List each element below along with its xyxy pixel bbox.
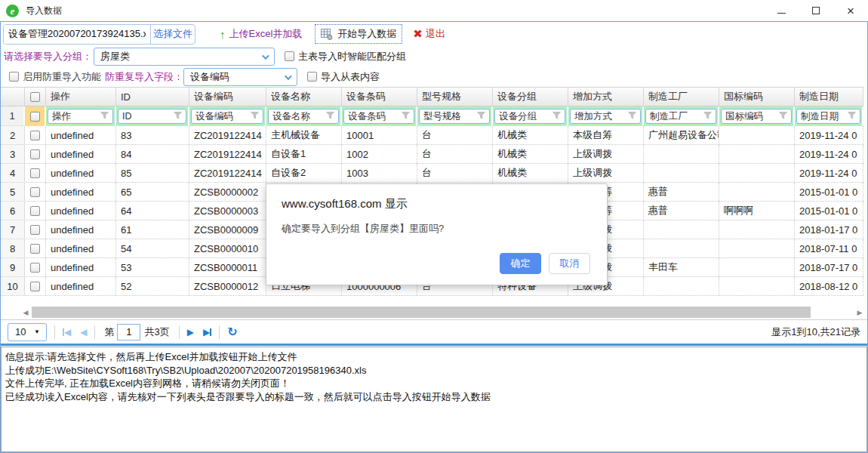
exit-button[interactable]: ✖ 退出 xyxy=(413,27,445,41)
row-checkbox[interactable] xyxy=(30,263,40,273)
page-number-input[interactable] xyxy=(117,324,140,341)
blue-divider xyxy=(0,344,868,346)
column-header[interactable]: 制造工厂 xyxy=(644,88,719,106)
grid-cell xyxy=(719,239,795,257)
row-number: 8 xyxy=(1,239,25,257)
filter-input[interactable]: 增加方式 xyxy=(570,109,641,124)
prev-page-button[interactable]: ◀ xyxy=(80,328,87,337)
close-button[interactable]: × xyxy=(833,0,868,21)
column-header[interactable]: 增加方式 xyxy=(568,88,644,106)
column-header[interactable]: 型号规格 xyxy=(417,88,493,106)
column-header[interactable]: 操作 xyxy=(46,88,116,106)
cancel-button[interactable]: 取消 xyxy=(549,253,590,274)
grid-cell: ZC2019122414 xyxy=(189,145,266,163)
horizontal-scrollbar: ◀ ▶ xyxy=(20,306,866,319)
filter-input[interactable]: 设备条码 xyxy=(343,109,414,124)
column-header[interactable]: 国标编码 xyxy=(719,88,795,106)
file-group: 选择文件 xyxy=(3,24,195,45)
scrollbar-thumb[interactable] xyxy=(32,307,811,318)
grid-cell xyxy=(644,145,719,163)
scroll-right-arrow[interactable]: ▶ xyxy=(854,309,866,316)
filter-cell: 设备名称 xyxy=(266,106,342,126)
grid-cell: 自设备2 xyxy=(266,164,342,182)
grid-cell: 本级自筹 xyxy=(568,126,644,144)
row-number: 9 xyxy=(1,258,25,276)
minimize-button[interactable] xyxy=(764,0,799,21)
import-detail-checkbox[interactable] xyxy=(307,72,317,82)
row-number: 5 xyxy=(1,183,25,201)
maximize-icon xyxy=(812,7,820,14)
choose-file-button[interactable]: 选择文件 xyxy=(151,27,195,41)
row-checkbox[interactable] xyxy=(30,187,40,197)
start-import-button[interactable]: 开始导入数据 xyxy=(315,24,402,44)
log-line: 上传成功E:\WebSite\CYSoft168\Try\SB2\Upload\… xyxy=(5,364,863,378)
grid-cell xyxy=(719,220,795,239)
grid-cell: 台 xyxy=(417,164,493,182)
row-checkbox[interactable] xyxy=(30,168,40,178)
column-header[interactable]: 设备分组 xyxy=(493,88,568,106)
dropdown-arrow-icon: ▼ xyxy=(34,328,40,335)
grid-cell: 2015-01-01 0 xyxy=(795,202,863,220)
page-size-select[interactable]: 10 ▼ xyxy=(8,323,47,341)
filter-input[interactable]: 型号规格 xyxy=(419,109,490,124)
grid-cell: 84 xyxy=(116,145,189,163)
dedupe-field-select[interactable]: 设备编码 xyxy=(183,68,297,86)
grid-cell: 啊啊啊 xyxy=(719,202,795,220)
grid-cell: 上级调拨 xyxy=(568,145,644,163)
upload-excel-button[interactable]: ↑ 上传Excel并加载 xyxy=(220,27,302,41)
row-checkbox[interactable] xyxy=(30,131,40,140)
column-header[interactable]: 制造日期 xyxy=(795,88,863,106)
filter-input[interactable]: 操作 xyxy=(48,109,113,124)
grid-cell: 自设备1 xyxy=(266,145,342,163)
row-checkbox[interactable] xyxy=(30,282,40,291)
row-checkbox[interactable] xyxy=(30,244,40,254)
grid-cell: 惠普 xyxy=(644,183,719,201)
grid-cell: 台 xyxy=(417,145,493,163)
column-header[interactable]: 设备名称 xyxy=(266,88,342,106)
ok-button[interactable]: 确定 xyxy=(500,253,541,274)
grid-cell: 广州超易设备公司 xyxy=(644,126,719,144)
grid-cell: 机械类 xyxy=(493,164,568,182)
close-icon: × xyxy=(847,5,854,17)
filter-input[interactable]: 设备编码 xyxy=(191,109,263,124)
row-number: 3 xyxy=(1,145,25,163)
last-page-button[interactable]: ▶ xyxy=(203,328,211,337)
group-select[interactable]: 房屋类 xyxy=(94,48,275,66)
filter-input[interactable]: ID xyxy=(118,109,186,124)
red-x-icon: ✖ xyxy=(413,27,423,41)
column-header[interactable]: ID xyxy=(116,88,189,106)
filter-input[interactable]: 国标编码 xyxy=(721,109,792,124)
row-checkbox[interactable] xyxy=(30,92,40,102)
row-checkbox[interactable] xyxy=(30,112,40,122)
grid-cell: ZCSB0000011 xyxy=(189,258,266,276)
refresh-button[interactable]: ↻ xyxy=(227,325,237,339)
column-header[interactable]: 设备编码 xyxy=(189,88,266,106)
spreadsheet-icon xyxy=(321,29,333,40)
next-page-button[interactable]: ▶ xyxy=(187,328,194,337)
filter-input[interactable]: 制造工厂 xyxy=(645,109,716,124)
filter-input[interactable]: 设备名称 xyxy=(268,109,339,124)
row-checkbox[interactable] xyxy=(30,206,40,216)
scroll-left-arrow[interactable]: ◀ xyxy=(20,309,32,316)
row-checkbox[interactable] xyxy=(30,149,40,159)
filter-input[interactable]: 制造日期 xyxy=(796,109,860,124)
grid-cell xyxy=(644,277,719,295)
grid-cell xyxy=(719,126,795,144)
filter-input[interactable]: 设备分组 xyxy=(494,109,565,124)
grid-header-row: 操作ID设备编码设备名称设备条码型号规格设备分组增加方式制造工厂国标编码制造日期 xyxy=(1,87,863,106)
dedupe-enable-checkbox[interactable] xyxy=(9,72,19,82)
grid-cell: 机械类 xyxy=(493,126,568,144)
grid-cell: ZC2019122414 xyxy=(189,164,266,182)
first-page-button[interactable]: ◀ xyxy=(63,328,71,337)
row-number: 6 xyxy=(1,202,25,220)
grid-cell: 1002 xyxy=(342,145,417,163)
title-bar: e 导入数据 × xyxy=(0,0,868,21)
maximize-button[interactable] xyxy=(799,0,833,21)
filter-cell: 型号规格 xyxy=(417,106,493,126)
filename-input[interactable] xyxy=(4,25,150,44)
column-header[interactable]: 设备条码 xyxy=(342,88,417,106)
smart-match-checkbox[interactable] xyxy=(285,51,294,61)
row-checkbox[interactable] xyxy=(30,225,40,235)
grid-cell xyxy=(644,220,719,239)
grid-cell: undefined xyxy=(46,258,116,276)
